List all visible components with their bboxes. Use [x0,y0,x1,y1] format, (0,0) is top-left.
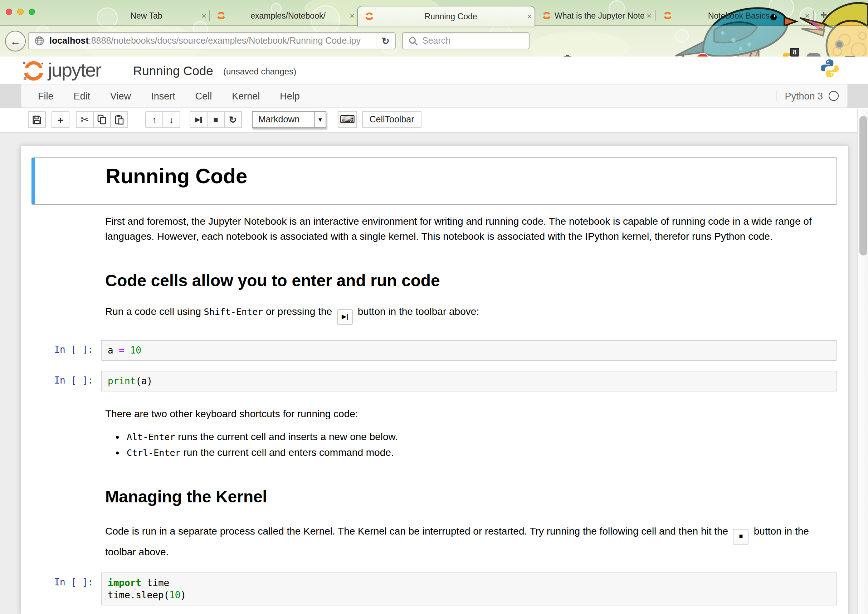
search-placeholder: Search [422,36,451,46]
command-palette-button[interactable]: ⌨ [338,111,357,128]
menu-edit[interactable]: Edit [64,90,101,101]
url-host: localhost [50,36,89,46]
globe-icon [34,36,44,46]
input-prompt: In [ ]: [31,572,101,605]
code-cell[interactable]: In [ ]: print(a) [31,371,837,391]
code-cell[interactable]: In [ ]: a = 10 [31,340,837,361]
jupyter-favicon [542,11,552,21]
shortcut-code: Alt-Enter [127,431,175,442]
divider [775,90,776,102]
tab-close-icon[interactable]: × [644,11,654,21]
menu-file[interactable]: File [22,90,64,101]
jupyter-header: jupyter Running Code (unsaved changes) [0,57,868,84]
text: or pressing the [263,305,335,317]
jupyter-favicon [364,11,374,22]
tab-what-is-jupyter[interactable]: What is the Jupyter Notebook × [535,6,654,26]
input-prompt: In [ ]: [31,340,101,361]
jupyter-logo-text: jupyter [48,59,101,82]
code-cell[interactable]: In [ ]: import time time.sleep(10) [31,572,837,605]
scrollbar-thumb[interactable] [859,116,867,256]
checkpoint-status: (unsaved changes) [223,67,296,77]
copy-icon [97,115,107,124]
list-item: Alt-Enter runs the current cell and inse… [127,429,829,445]
jupyter-toolbar: + ✂ ↑ ↓ ▶ ■ ↻ Markdown ▼ ⌨ CellT [0,108,868,133]
tab-close-icon[interactable]: × [199,11,209,21]
text: button in the toolbar above: [355,305,479,317]
add-cell-button[interactable]: + [51,111,70,128]
tab-separator [813,10,814,21]
tab-examples-notebook[interactable]: examples/Notebook/ × [210,6,357,26]
kernel-paragraph: Code is run in a separate process called… [105,524,829,560]
text: run the current cell and enters command … [181,446,394,457]
shortcuts-list: Alt-Enter runs the current cell and inse… [105,429,829,460]
menu-cell[interactable]: Cell [185,90,222,101]
restart-kernel-button[interactable]: ↻ [224,111,242,128]
move-cell-up-button[interactable]: ↑ [145,111,163,128]
jupyter-menubar: File Edit View Insert Cell Kernel Help P… [21,84,848,108]
move-cell-down-button[interactable]: ↓ [163,111,180,128]
back-button[interactable]: ← [5,31,26,51]
tab-close-icon[interactable]: × [347,11,357,21]
cell-type-select[interactable]: Markdown ▼ [252,111,326,128]
jupyter-favicon [216,11,226,21]
code-input[interactable]: a = 10 [101,340,837,361]
window-zoom-button[interactable] [29,9,35,15]
tab-title: New Tab [94,11,199,20]
kernel-name: Python 3 [784,90,823,101]
text: Run a code cell using [105,305,204,317]
tab-close-icon[interactable]: × [802,11,812,21]
cell-toolbar-button[interactable]: CellToolbar [362,111,422,128]
section-heading-code-cells: Code cells allow you to enter and run co… [105,271,829,290]
interrupt-kernel-button[interactable]: ■ [207,111,225,128]
cut-cell-button[interactable]: ✂ [76,111,94,128]
paste-cell-button[interactable] [110,111,128,128]
cell-type-value: Markdown [253,115,314,124]
step-forward-icon: ▶ [195,116,202,123]
code-input[interactable]: print(a) [101,371,837,391]
python-logo-icon [820,59,839,78]
kernel-idle-icon [829,91,839,101]
tab-new-tab[interactable]: New Tab × [94,6,209,26]
paste-icon [115,115,124,124]
shortcuts-paragraph: There are two other keyboard shortcuts f… [105,406,829,421]
run-cell-button[interactable]: ▶ [190,111,208,128]
search-bar[interactable]: Search [402,32,530,50]
addon-badge-count: 8 [790,48,799,57]
tab-notebook-basics[interactable]: Notebook Basics × [656,6,812,26]
new-tab-button[interactable]: + [818,9,829,21]
save-button[interactable] [28,111,46,128]
reload-icon[interactable]: ↻ [376,36,395,46]
tab-close-icon[interactable]: × [524,11,535,22]
scrollbar-track[interactable] [857,110,868,614]
save-icon [32,115,42,124]
screen: { "browser": { "tabs": [ {"title": "New … [0,0,868,614]
url-path: :8888/notebooks/docs/source/examples/Not… [89,36,376,46]
input-prompt: In [ ]: [31,371,101,391]
tab-title: Notebook Basics [676,11,802,20]
select-arrow-icon: ▼ [314,112,326,127]
kernel-indicator: Python 3 [775,90,847,102]
shortcut-code: Ctrl-Enter [127,447,181,457]
notebook-title[interactable]: Running Code [133,64,213,79]
menu-view[interactable]: View [100,90,141,101]
code-input[interactable]: import time time.sleep(10) [101,572,837,605]
window-close-button[interactable] [6,9,12,15]
section-heading-kernel: Managing the Kernel [105,487,829,507]
navigation-toolbar: ← localhost :8888/notebooks/docs/source/… [0,26,868,57]
selected-markdown-cell[interactable]: Running Code [31,157,837,205]
inline-stop-button-icon: ■ [733,529,749,544]
jupyter-logo[interactable]: jupyter [21,59,101,82]
text: Code is run in a separate process called… [105,525,731,537]
window-minimize-button[interactable] [17,9,23,15]
copy-cell-button[interactable] [93,111,111,128]
menu-kernel[interactable]: Kernel [222,90,270,101]
search-icon [409,36,418,45]
menu-insert[interactable]: Insert [141,90,185,101]
intro-paragraph: First and foremost, the Jupyter Notebook… [105,214,829,243]
notebook-container: Running Code First and foremost, the Jup… [21,146,848,614]
tab-title: What is the Jupyter Notebook [555,11,644,20]
notebook-h1: Running Code [105,164,247,188]
url-bar[interactable]: localhost :8888/notebooks/docs/source/ex… [28,32,396,50]
menu-help[interactable]: Help [270,90,310,101]
tab-running-code-active[interactable]: Running Code × [357,6,535,26]
